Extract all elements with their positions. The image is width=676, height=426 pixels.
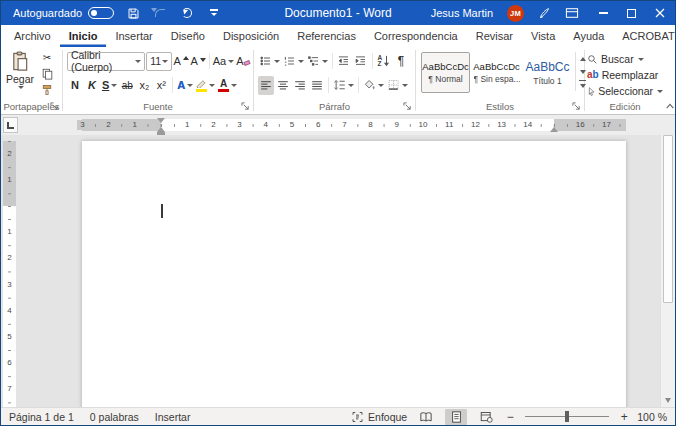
maximize-button[interactable]	[627, 9, 636, 18]
document-page[interactable]	[82, 141, 626, 407]
first-line-indent-marker[interactable]	[157, 118, 165, 123]
customize-qat-button[interactable]	[206, 5, 222, 21]
clear-formatting-button[interactable]: A	[235, 52, 251, 71]
zoom-in-button[interactable]: +	[619, 410, 629, 424]
ribbon-tab[interactable]: Revisar	[467, 25, 522, 47]
decrease-indent-icon	[337, 55, 350, 67]
ribbon-tab[interactable]: Vista	[522, 25, 564, 47]
line-spacing-button[interactable]	[332, 76, 355, 95]
title-bar: Autoguardado Documento1 - Word Jesus Mar…	[1, 1, 675, 25]
align-center-button[interactable]	[275, 76, 291, 95]
vertical-ruler[interactable]: 21 1234567	[3, 141, 16, 407]
word-count[interactable]: 0 palabras	[90, 411, 139, 423]
paste-button[interactable]: Pegar	[3, 49, 37, 99]
font-size-combo[interactable]: 11	[146, 52, 172, 71]
decrease-indent-button[interactable]	[336, 52, 352, 71]
redo-button[interactable]	[179, 5, 195, 21]
style-card[interactable]: AaBbCcDc ¶ Normal	[421, 52, 470, 93]
minimize-button[interactable]	[599, 12, 608, 13]
ribbon-display-options-button[interactable]	[565, 7, 579, 19]
superscript-button[interactable]: x²	[153, 76, 169, 95]
highlight-color-button[interactable]	[195, 76, 216, 95]
borders-button[interactable]	[386, 76, 409, 95]
font-name-value: Calibri (Cuerpo)	[71, 49, 134, 73]
zoom-out-button[interactable]: −	[505, 410, 515, 424]
shading-button[interactable]	[362, 76, 385, 95]
justify-button[interactable]	[309, 76, 325, 95]
clipboard-dialog-launcher[interactable]	[50, 102, 59, 111]
tab-selector[interactable]	[3, 117, 18, 133]
numbering-button[interactable]	[282, 52, 305, 71]
autosave-control[interactable]: Autoguardado	[13, 7, 114, 19]
close-button[interactable]	[655, 8, 665, 18]
bullets-button[interactable]	[258, 52, 281, 71]
format-painter-button[interactable]	[39, 82, 55, 97]
style-card[interactable]: AaBbCc Título 1	[523, 52, 572, 93]
zoom-level[interactable]: 100 %	[637, 411, 667, 423]
ribbon-tab[interactable]: Correspondencia	[365, 25, 467, 47]
ribbon-tab[interactable]: Inicio	[60, 25, 107, 47]
show-paragraph-marks-button[interactable]: ¶	[393, 52, 409, 71]
ribbon-tab[interactable]: Referencias	[288, 25, 365, 47]
insert-mode[interactable]: Insertar	[155, 411, 191, 423]
ribbon-tab[interactable]: Insertar	[106, 25, 161, 47]
font-dialog-launcher[interactable]	[241, 102, 250, 111]
word-window: Autoguardado Documento1 - Word Jesus Mar…	[0, 0, 676, 426]
paragraph-dialog-launcher[interactable]	[403, 102, 412, 111]
ribbon-tab[interactable]: Disposición	[214, 25, 288, 47]
zoom-slider[interactable]	[525, 411, 609, 422]
autosave-label: Autoguardado	[13, 7, 82, 19]
scrollbar-thumb[interactable]	[663, 135, 673, 303]
grow-font-button[interactable]: A	[173, 52, 189, 71]
sort-button[interactable]: AZ	[376, 52, 392, 71]
vertical-scrollbar[interactable]	[660, 135, 675, 407]
change-case-button[interactable]: Aa	[213, 52, 234, 71]
ribbon: Pegar ✂ Portapapeles	[1, 47, 675, 115]
styles-dialog-launcher[interactable]	[572, 102, 581, 111]
print-layout-button[interactable]	[445, 409, 467, 425]
multilevel-list-button[interactable]	[306, 52, 329, 71]
copy-button[interactable]	[39, 66, 55, 81]
ruler-number: 3	[5, 280, 15, 290]
save-button[interactable]	[125, 5, 141, 21]
italic-button[interactable]: K	[84, 76, 100, 95]
editing-pen-button[interactable]	[538, 7, 551, 20]
user-name[interactable]: Jesus Martin	[431, 7, 493, 19]
page-count[interactable]: Página 1 de 1	[9, 411, 74, 423]
horizontal-ruler[interactable]: 321 1234567891011121314 1617	[82, 119, 626, 131]
bold-button[interactable]: N	[67, 76, 83, 95]
style-card[interactable]: AaBbCcDc ¶ Sin espa...	[472, 52, 521, 93]
align-center-icon	[277, 80, 289, 91]
underline-button[interactable]: S	[101, 76, 118, 95]
font-color-button[interactable]: A	[217, 76, 238, 95]
ribbon-tab[interactable]: Diseño	[162, 25, 214, 47]
ruler-number: 7	[5, 384, 15, 394]
focus-mode-button[interactable]: Enfoque	[351, 411, 407, 423]
strikethrough-button[interactable]: ab	[119, 76, 135, 95]
cursor-arrow-icon	[587, 86, 595, 97]
subscript-button[interactable]: x₂	[136, 76, 152, 95]
find-button[interactable]: Buscar	[587, 52, 663, 66]
zoom-slider-thumb[interactable]	[565, 411, 569, 422]
read-mode-button[interactable]	[415, 409, 437, 425]
replace-button[interactable]: ab Reemplazar	[587, 68, 663, 82]
cut-button[interactable]: ✂	[39, 50, 55, 65]
styles-group-label: Estilos	[418, 99, 582, 114]
select-button[interactable]: Seleccionar	[587, 84, 663, 98]
scissors-icon: ✂	[43, 52, 51, 63]
text-effects-button[interactable]: A	[176, 76, 194, 95]
align-right-button[interactable]	[292, 76, 308, 95]
scroll-down-button[interactable]	[661, 393, 675, 407]
shrink-font-button[interactable]: A	[190, 52, 206, 71]
ribbon-tab[interactable]: Archivo	[5, 25, 60, 47]
font-name-combo[interactable]: Calibri (Cuerpo)	[67, 52, 145, 71]
ribbon-tab[interactable]: Ayuda	[564, 25, 613, 47]
autosave-toggle[interactable]	[88, 7, 114, 19]
collapse-ribbon-button[interactable]	[665, 102, 675, 110]
align-left-button[interactable]	[258, 76, 274, 95]
ribbon-tab[interactable]: ACROBAT	[613, 25, 676, 47]
avatar[interactable]: JM	[507, 5, 524, 22]
web-layout-button[interactable]	[475, 409, 497, 425]
increase-indent-button[interactable]	[353, 52, 369, 71]
right-indent-marker[interactable]	[550, 127, 558, 132]
